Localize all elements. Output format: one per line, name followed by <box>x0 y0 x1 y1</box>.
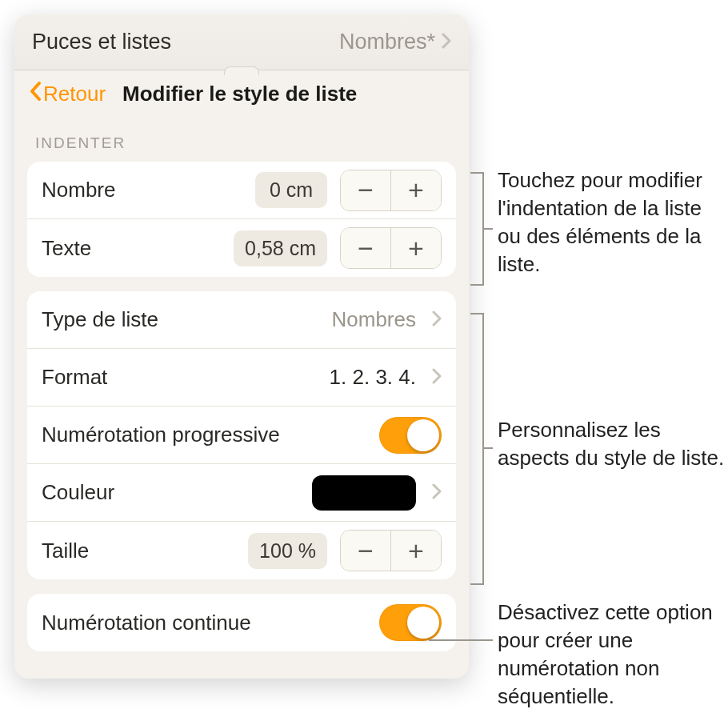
color-row[interactable]: Couleur <box>27 464 456 522</box>
indent-text-row: Texte 0,58 cm − + <box>27 219 456 277</box>
format-label: Format <box>42 365 107 390</box>
style-card: Type de liste Nombres Format 1. 2. 3. 4.… <box>27 291 456 579</box>
continue-card: Numérotation continue <box>27 594 456 651</box>
format-row[interactable]: Format 1. 2. 3. 4. <box>27 349 456 407</box>
indent-text-value: 0,58 cm <box>234 230 327 266</box>
format-value: 1. 2. 3. 4. <box>330 365 416 390</box>
list-style-panel: Puces et listes Nombres* Retour Modifier… <box>14 14 469 679</box>
list-type-label: Type de liste <box>42 307 158 332</box>
indent-text-decrement[interactable]: − <box>341 228 390 268</box>
indent-number-label: Nombre <box>42 178 115 202</box>
color-swatch <box>312 475 416 511</box>
indent-card: Nombre 0 cm − + Texte 0,58 cm − + <box>27 162 456 277</box>
indent-number-stepper: − + <box>340 170 442 211</box>
indent-text-label: Texte <box>42 236 91 261</box>
section-header-indent: INDENTER <box>14 117 469 157</box>
continue-numbering-toggle[interactable] <box>379 604 442 641</box>
continue-label: Numérotation continue <box>42 611 251 635</box>
tiered-numbers-row: Numérotation progressive <box>27 407 456 464</box>
back-label: Retour <box>43 82 106 106</box>
size-stepper: − + <box>340 530 442 571</box>
size-value: 100 % <box>248 533 327 569</box>
list-type-value: Nombres <box>332 307 416 332</box>
tiered-label: Numérotation progressive <box>42 423 280 447</box>
callout-continue: Désactivez cette option pour créer une n… <box>498 599 728 709</box>
indent-number-value: 0 cm <box>255 172 327 208</box>
callout-indent: Touchez pour modifier l'indentation de l… <box>498 166 728 278</box>
size-increment[interactable]: + <box>391 531 441 571</box>
breadcrumb[interactable]: Puces et listes Nombres* <box>14 14 469 70</box>
back-button[interactable]: Retour <box>29 81 106 107</box>
continue-numbering-row: Numérotation continue <box>27 594 456 651</box>
page-title: Modifier le style de liste <box>122 82 357 106</box>
indent-number-increment[interactable]: + <box>391 170 441 210</box>
list-type-row[interactable]: Type de liste Nombres <box>27 291 456 349</box>
size-label: Taille <box>42 539 89 563</box>
breadcrumb-value: Nombres* <box>339 30 435 54</box>
size-decrement[interactable]: − <box>341 531 390 571</box>
chevron-right-icon <box>432 482 442 504</box>
chevron-right-icon <box>432 309 442 331</box>
indent-text-increment[interactable]: + <box>391 228 441 268</box>
tiered-numbers-toggle[interactable] <box>379 417 442 454</box>
chevron-right-icon <box>442 33 451 52</box>
indent-text-stepper: − + <box>340 227 442 269</box>
nav-bar: Retour Modifier le style de liste <box>14 70 469 117</box>
callout-style: Personnalisez les aspects du style de li… <box>498 416 728 472</box>
chevron-left-icon <box>29 81 42 107</box>
size-row: Taille 100 % − + <box>27 522 456 579</box>
indent-number-decrement[interactable]: − <box>341 170 390 210</box>
color-label: Couleur <box>42 480 114 505</box>
breadcrumb-title: Puces et listes <box>32 30 171 54</box>
indent-number-row: Nombre 0 cm − + <box>27 162 456 219</box>
chevron-right-icon <box>432 367 442 389</box>
